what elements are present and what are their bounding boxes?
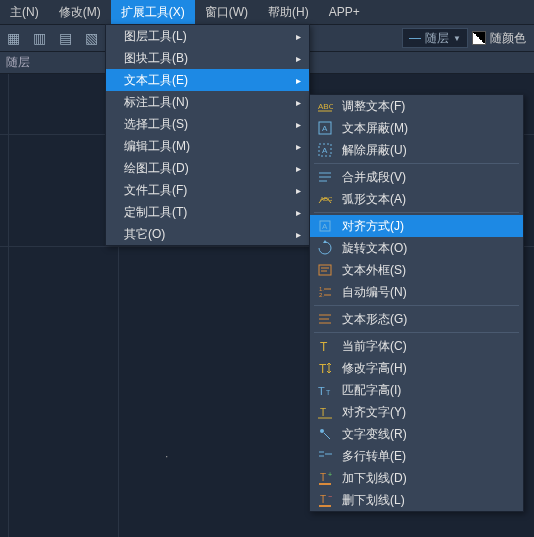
tool-icon-1[interactable]: ▦ — [1, 26, 25, 50]
menu-zhu[interactable]: 主(N) — [0, 0, 49, 25]
svg-text:+: + — [328, 471, 332, 478]
menu-draw-tools[interactable]: 绘图工具(D)▸ — [106, 157, 309, 179]
menu-item-label: 多行转单(E) — [342, 448, 406, 465]
adjust-text-icon: ABC — [316, 97, 334, 115]
text-tools-submenu: ABC调整文本(F)A文本屏蔽(M)A解除屏蔽(U)合并成段(V)ABC弧形文本… — [309, 94, 524, 512]
arrow-right-icon: ▸ — [296, 119, 301, 130]
menu-item-label: 修改字高(H) — [342, 360, 407, 377]
alignment-icon: A — [316, 217, 334, 235]
menu-underline-add[interactable]: T+加下划线(D) — [310, 467, 523, 489]
menu-item-label: 文字变线(R) — [342, 426, 407, 443]
menu-help[interactable]: 帮助(H) — [258, 0, 319, 25]
menu-item-label: 旋转文本(O) — [342, 240, 407, 257]
svg-text:A: A — [322, 146, 328, 155]
menu-text-frame[interactable]: 文本外框(S) — [310, 259, 523, 281]
menu-select-tools[interactable]: 选择工具(S)▸ — [106, 113, 309, 135]
arrow-right-icon: ▸ — [296, 97, 301, 108]
menu-arc-text[interactable]: ABC弧形文本(A) — [310, 188, 523, 210]
menu-edit-tools[interactable]: 编辑工具(M)▸ — [106, 135, 309, 157]
change-height-icon: T — [316, 359, 334, 377]
menu-current-font[interactable]: T当前字体(C) — [310, 335, 523, 357]
canvas-marker: · — [165, 449, 168, 463]
svg-rect-8 — [319, 265, 331, 275]
color-dropdown-label: 随颜色 — [490, 30, 526, 47]
menu-separator — [314, 332, 519, 333]
menu-rotate-text[interactable]: 旋转文本(O) — [310, 237, 523, 259]
menu-text-mask[interactable]: A文本屏蔽(M) — [310, 117, 523, 139]
svg-text:A: A — [322, 222, 328, 231]
menu-change-height[interactable]: T修改字高(H) — [310, 357, 523, 379]
text-frame-icon — [316, 261, 334, 279]
menu-item-label: 匹配字高(I) — [342, 382, 401, 399]
svg-text:T: T — [320, 407, 326, 418]
menu-auto-number[interactable]: 1.2.自动编号(N) — [310, 281, 523, 303]
menu-dimension-tools[interactable]: 标注工具(N)▸ — [106, 91, 309, 113]
menu-app-plus[interactable]: APP+ — [319, 1, 370, 23]
match-height-icon: TT — [316, 381, 334, 399]
menu-block-tools[interactable]: 图块工具(B)▸ — [106, 47, 309, 69]
svg-text:ABC: ABC — [320, 196, 333, 202]
menu-custom-tools[interactable]: 定制工具(T)▸ — [106, 201, 309, 223]
color-swatch[interactable] — [472, 31, 486, 45]
tool-icon-2[interactable]: ▥ — [27, 26, 51, 50]
text-to-line-icon — [316, 425, 334, 443]
svg-text:ABC: ABC — [318, 102, 333, 111]
svg-text:A: A — [322, 124, 328, 133]
menu-item-label: 文本外框(S) — [342, 262, 406, 279]
arc-text-icon: ABC — [316, 190, 334, 208]
arrow-right-icon: ▸ — [296, 75, 301, 86]
tool-icon-4[interactable]: ▧ — [79, 26, 103, 50]
menu-separator — [314, 212, 519, 213]
svg-text:T: T — [319, 362, 327, 376]
svg-text:−: − — [328, 493, 332, 500]
menu-item-label: 解除屏蔽(U) — [342, 142, 407, 159]
arrow-right-icon: ▸ — [296, 141, 301, 152]
menu-text-tools[interactable]: 文本工具(E)▸ — [106, 69, 309, 91]
layer-dropdown[interactable]: — 随层 ▼ — [402, 28, 468, 48]
svg-text:T: T — [320, 340, 328, 354]
auto-number-icon: 1.2. — [316, 283, 334, 301]
menu-merge-paragraph[interactable]: 合并成段(V) — [310, 166, 523, 188]
current-font-icon: T — [316, 337, 334, 355]
underline-del-icon: T− — [316, 491, 334, 509]
menu-align-text[interactable]: T对齐文字(Y) — [310, 401, 523, 423]
menu-text-to-line[interactable]: 文字变线(R) — [310, 423, 523, 445]
tool-icon-3[interactable]: ▤ — [53, 26, 77, 50]
secondbar-label: 随层 — [6, 54, 30, 71]
menu-item-label: 调整文本(F) — [342, 98, 405, 115]
menu-match-height[interactable]: TT匹配字高(I) — [310, 379, 523, 401]
menu-layer-tools[interactable]: 图层工具(L)▸ — [106, 25, 309, 47]
arrow-right-icon: ▸ — [296, 229, 301, 240]
underline-add-icon: T+ — [316, 469, 334, 487]
svg-point-16 — [320, 429, 324, 433]
menu-underline-del[interactable]: T−删下划线(L) — [310, 489, 523, 511]
multi-to-single-icon — [316, 447, 334, 465]
menu-item-label: 合并成段(V) — [342, 169, 406, 186]
menu-item-label: 删下划线(L) — [342, 492, 405, 509]
menu-item-label: 文本屏蔽(M) — [342, 120, 408, 137]
menu-others[interactable]: 其它(O)▸ — [106, 223, 309, 245]
extend-tools-menu: 图层工具(L)▸ 图块工具(B)▸ 文本工具(E)▸ 标注工具(N)▸ 选择工具… — [105, 24, 310, 246]
menu-separator — [314, 163, 519, 164]
svg-text:T: T — [318, 385, 325, 397]
menu-item-label: 当前字体(C) — [342, 338, 407, 355]
menu-item-label: 文本形态(G) — [342, 311, 407, 328]
menu-text-shape[interactable]: 文本形态(G) — [310, 308, 523, 330]
menu-text-unmask[interactable]: A解除屏蔽(U) — [310, 139, 523, 161]
arrow-right-icon: ▸ — [296, 207, 301, 218]
arrow-right-icon: ▸ — [296, 53, 301, 64]
align-text-icon: T — [316, 403, 334, 421]
svg-text:T: T — [320, 472, 326, 483]
menu-window[interactable]: 窗口(W) — [195, 0, 258, 25]
menu-extend-tools[interactable]: 扩展工具(X) — [111, 0, 195, 25]
text-unmask-icon: A — [316, 141, 334, 159]
arrow-right-icon: ▸ — [296, 31, 301, 42]
svg-text:T: T — [320, 494, 326, 505]
menu-multi-to-single[interactable]: 多行转单(E) — [310, 445, 523, 467]
arrow-right-icon: ▸ — [296, 185, 301, 196]
menu-alignment[interactable]: A对齐方式(J) — [310, 215, 523, 237]
menu-modify[interactable]: 修改(M) — [49, 0, 111, 25]
menu-file-tools[interactable]: 文件工具(F)▸ — [106, 179, 309, 201]
menu-item-label: 弧形文本(A) — [342, 191, 406, 208]
menu-adjust-text[interactable]: ABC调整文本(F) — [310, 95, 523, 117]
